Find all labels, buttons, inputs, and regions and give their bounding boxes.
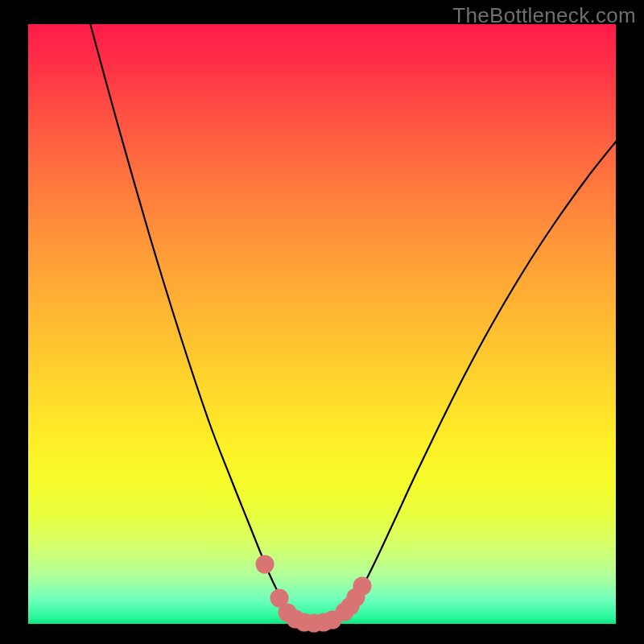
marker-group: [256, 555, 372, 633]
data-marker: [353, 577, 372, 596]
plot-area: [28, 24, 616, 624]
chart-frame: TheBottleneck.com: [0, 0, 644, 644]
bottleneck-curve: [88, 14, 620, 623]
data-marker: [256, 555, 275, 574]
curve-svg: [28, 24, 616, 624]
